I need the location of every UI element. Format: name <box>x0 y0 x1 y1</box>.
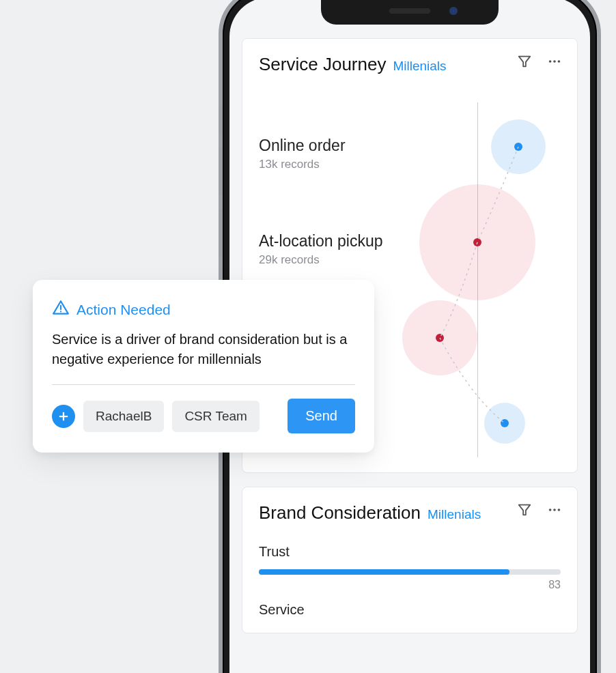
more-icon[interactable] <box>546 502 563 520</box>
phone-side-button <box>597 161 601 229</box>
phone-side-button <box>219 106 223 134</box>
journey-bubble-negative[interactable] <box>402 300 477 375</box>
card-title: Brand Consideration <box>259 502 421 524</box>
filter-icon[interactable] <box>517 502 532 520</box>
journey-item-records: 29k records <box>259 253 383 267</box>
svg-marker-0 <box>519 57 531 67</box>
journey-item-title: At-location pickup <box>259 232 383 250</box>
warning-icon <box>52 299 70 320</box>
svg-point-5 <box>549 509 552 511</box>
svg-point-3 <box>558 60 561 63</box>
journey-item[interactable]: Online order 13k records <box>259 137 346 171</box>
metric-value: 83 <box>548 579 561 591</box>
send-button[interactable]: Send <box>288 399 355 433</box>
journey-bubble-positive[interactable] <box>484 403 525 444</box>
journey-item-records: 13k records <box>259 158 346 171</box>
metric-bar-fill <box>259 569 509 575</box>
divider <box>52 384 355 385</box>
metric-bar: 83 <box>259 569 561 575</box>
brand-consideration-card: Brand Consideration Millenials Trust <box>242 487 578 633</box>
svg-point-6 <box>553 509 556 511</box>
popup-title: Action Needed <box>76 302 171 318</box>
more-icon[interactable] <box>546 54 563 72</box>
journey-bubble-negative[interactable] <box>419 184 535 300</box>
popup-message: Service is a driver of brand considerati… <box>52 330 355 369</box>
card-header: Service Journey Millenials <box>259 54 561 75</box>
metric-row: Service <box>259 602 561 618</box>
phone-side-button <box>219 209 223 257</box>
recipient-chip[interactable]: RachaelB <box>83 401 164 432</box>
metric-name: Trust <box>259 544 561 560</box>
journey-item[interactable]: At-location pickup 29k records <box>259 232 383 267</box>
card-segment[interactable]: Millenials <box>393 59 446 74</box>
add-recipient-button[interactable] <box>52 405 75 428</box>
metric-row: Trust 83 <box>259 544 561 575</box>
popup-footer: RachaelB CSR Team Send <box>52 399 355 433</box>
journey-item-title: Online order <box>259 137 346 155</box>
svg-point-1 <box>549 60 552 63</box>
svg-point-9 <box>60 311 61 312</box>
card-header: Brand Consideration Millenials <box>259 502 561 524</box>
metric-name: Service <box>259 602 561 618</box>
svg-marker-4 <box>519 505 531 515</box>
journey-bubble-positive[interactable] <box>491 119 546 174</box>
popup-header: Action Needed <box>52 299 355 320</box>
action-needed-popup: Action Needed Service is a driver of bra… <box>33 280 374 453</box>
svg-point-2 <box>553 60 556 63</box>
phone-side-button <box>219 147 223 195</box>
phone-notch <box>321 0 499 25</box>
card-title: Service Journey <box>259 54 386 75</box>
card-segment[interactable]: Millenials <box>428 507 481 522</box>
recipient-chip[interactable]: CSR Team <box>172 401 260 432</box>
svg-point-7 <box>558 509 561 511</box>
filter-icon[interactable] <box>517 54 532 72</box>
